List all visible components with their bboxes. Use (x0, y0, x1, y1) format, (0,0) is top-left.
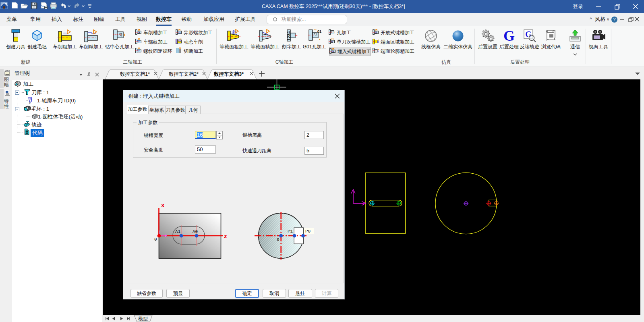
svg-text:模型: 模型 (138, 316, 148, 322)
svg-text:0: 0 (154, 237, 157, 242)
svg-text:P1: P1 (288, 229, 293, 234)
svg-text:G: G (503, 29, 515, 43)
svg-text:x: x (161, 202, 165, 208)
svg-text:z: z (224, 233, 227, 239)
svg-text:0: 0 (277, 237, 280, 242)
svg-text:01: 01 (317, 29, 321, 33)
svg-text:P0: P0 (305, 229, 311, 234)
svg-text:数控车文档3*: 数控车文档3* (213, 71, 244, 77)
svg-text:数控车文档1*: 数控车文档1* (120, 71, 150, 77)
svg-text:A0: A0 (193, 229, 198, 234)
svg-text:数控车文档2*: 数控车文档2* (169, 71, 199, 77)
svg-text:1234: 1234 (286, 31, 291, 41)
svg-text:A1: A1 (175, 229, 181, 234)
